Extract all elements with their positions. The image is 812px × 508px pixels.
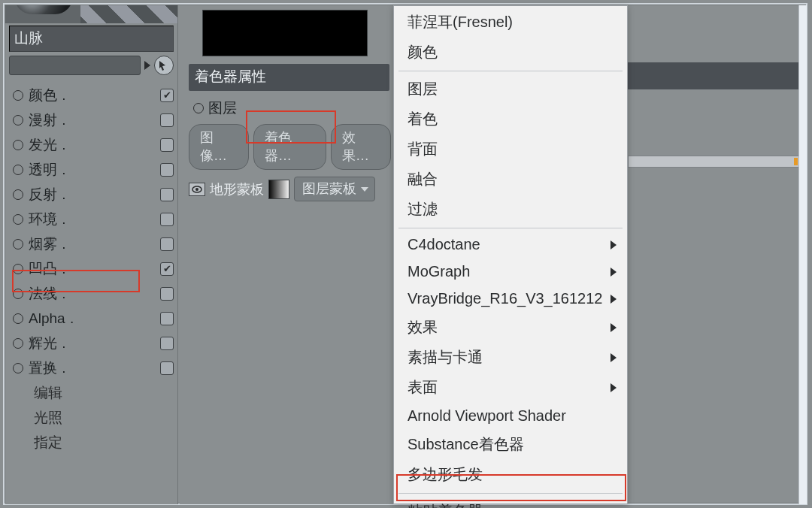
menu-item-vraybridge[interactable]: VrayBridge_R16_V3_161212 <box>394 286 627 313</box>
menu-item-arnold-viewport[interactable]: Arnold Viewport Shader <box>394 403 627 430</box>
menu-item-fusion[interactable]: 融合 <box>394 165 627 195</box>
channel-bullet-icon <box>13 264 23 274</box>
channel-label: 漫射 . <box>29 110 160 130</box>
channel-checkbox[interactable] <box>160 89 174 102</box>
channel-row-diffuse[interactable]: 漫射 . <box>5 107 177 132</box>
channel-checkbox[interactable] <box>160 287 174 301</box>
channel-label: 发光 . <box>29 135 160 155</box>
channel-bullet-icon <box>13 313 23 324</box>
shader-button[interactable]: 着色器… <box>253 124 326 170</box>
channel-row-color[interactable]: 颜色 . <box>5 83 177 107</box>
channel-checkbox[interactable] <box>160 138 174 152</box>
channel-bullet-icon <box>13 140 23 150</box>
menu-separator <box>398 71 623 71</box>
channel-label: 反射 . <box>29 185 160 204</box>
channel-list: 颜色 . 漫射 . 发光 . 透明 . 反射 . <box>5 80 177 455</box>
shader-properties-header: 着色器属性 <box>189 64 389 91</box>
material-preview-strip <box>5 5 177 23</box>
channel-label: 法线 . <box>29 284 160 304</box>
channel-row-fog[interactable]: 烟雾 . <box>5 231 177 256</box>
channel-row-bump[interactable]: 凹凸 . <box>5 256 177 281</box>
layer-name-label: 地形蒙板 <box>210 180 264 198</box>
shader-context-menu: 菲涅耳(Fresnel) 颜色 图层 着色 背面 融合 过滤 C4doctane… <box>393 5 628 504</box>
shader-properties-panel: 着色器属性 图层 图像… 着色器… 效果… 地形蒙板 图层蒙板 <box>180 5 394 504</box>
channel-bullet-icon <box>13 189 23 200</box>
menu-item-sketch-cartoon[interactable]: 素描与卡通 <box>394 343 627 373</box>
menu-item-colorize[interactable]: 着色 <box>394 104 627 135</box>
menu-item-mograph[interactable]: MoGraph <box>394 259 627 286</box>
channel-row-luminance[interactable]: 发光 . <box>5 132 177 157</box>
eye-icon[interactable] <box>189 183 205 196</box>
channel-label: 置换 . <box>29 358 160 378</box>
channel-checkbox[interactable] <box>160 113 174 127</box>
menu-item-filter[interactable]: 过滤 <box>394 195 627 225</box>
menu-item-c4doctane[interactable]: C4doctane <box>394 231 627 259</box>
channel-bullet-icon <box>13 214 23 225</box>
channel-row-assign[interactable]: 指定 <box>5 430 177 455</box>
menu-separator <box>398 228 623 228</box>
channel-bullet-icon <box>13 289 23 299</box>
channel-label: 环境 . <box>29 210 160 229</box>
material-name-field[interactable]: 山脉 <box>9 26 174 52</box>
channel-row-reflection[interactable]: 反射 . <box>5 182 177 207</box>
channel-checkbox[interactable] <box>160 312 174 325</box>
effect-button[interactable]: 效果… <box>331 124 391 170</box>
channel-label: 烟雾 . <box>29 234 160 254</box>
channel-row-environment[interactable]: 环境 . <box>5 207 177 231</box>
channel-checkbox[interactable] <box>160 337 174 350</box>
channel-row-glow[interactable]: 辉光 . <box>5 331 177 355</box>
window-edge <box>798 5 807 504</box>
menu-item-polygon-hair[interactable]: 多边形毛发 <box>394 460 627 490</box>
channel-label: 辉光 . <box>29 334 160 353</box>
shader-preview-swatch[interactable] <box>202 10 368 56</box>
gradient-swatch-icon[interactable] <box>268 180 289 199</box>
menu-item-color[interactable]: 颜色 <box>394 38 627 68</box>
svg-point-1 <box>195 188 198 191</box>
channel-bullet-icon <box>13 90 23 101</box>
channel-checkbox[interactable] <box>160 237 174 251</box>
menu-item-fresnel[interactable]: 菲涅耳(Fresnel) <box>394 8 627 38</box>
channel-checkbox[interactable] <box>160 163 174 177</box>
channel-row-edit[interactable]: 编辑 <box>5 380 177 405</box>
channel-label: 颜色 . <box>29 86 160 105</box>
channel-checkbox[interactable] <box>160 361 174 375</box>
menu-item-backface[interactable]: 背面 <box>394 135 627 165</box>
value-slider-track[interactable] <box>628 156 799 168</box>
menu-item-effects[interactable]: 效果 <box>394 313 627 343</box>
channel-row-alpha[interactable]: Alpha . <box>5 306 177 331</box>
channel-search-input[interactable] <box>9 56 141 75</box>
menu-item-surface[interactable]: 表面 <box>394 373 627 403</box>
channel-bullet-icon <box>13 115 23 125</box>
layer-mode-dropdown[interactable]: 图层蒙板 <box>294 177 375 201</box>
channel-row-transparency[interactable]: 透明 . <box>5 157 177 182</box>
channel-label: 凹凸 . <box>29 259 160 279</box>
menu-item-layer[interactable]: 图层 <box>394 74 627 104</box>
channel-row-normal[interactable]: 法线 . <box>5 281 177 306</box>
channel-label: 透明 . <box>29 160 160 180</box>
channel-bullet-icon <box>13 338 23 349</box>
menu-item-substance[interactable]: Substance着色器 <box>394 430 627 460</box>
channel-checkbox[interactable] <box>160 213 174 226</box>
image-button[interactable]: 图像… <box>189 124 249 170</box>
bullet-icon <box>193 103 204 113</box>
channel-row-displacement[interactable]: 置换 . <box>5 355 177 380</box>
shader-layer-row[interactable]: 图层 <box>189 95 391 121</box>
channel-checkbox[interactable] <box>160 188 174 201</box>
channel-checkbox[interactable] <box>160 262 174 276</box>
channel-bullet-icon <box>13 165 23 175</box>
channel-label: Alpha . <box>29 310 160 327</box>
material-preview-sphere <box>14 5 73 14</box>
shader-layer-label: 图层 <box>208 98 237 118</box>
channel-bullet-icon <box>13 239 23 249</box>
menu-item-paste-shader[interactable]: 粘贴着色器 <box>394 497 627 508</box>
channel-bullet-icon <box>13 363 23 373</box>
menu-separator <box>398 493 623 494</box>
channel-row-illumination[interactable]: 光照 <box>5 405 177 430</box>
search-expand-icon[interactable] <box>141 56 154 75</box>
material-channels-panel: 山脉 颜色 . 漫射 . 发光 . <box>5 5 178 504</box>
pick-arrow-icon[interactable] <box>154 56 174 75</box>
